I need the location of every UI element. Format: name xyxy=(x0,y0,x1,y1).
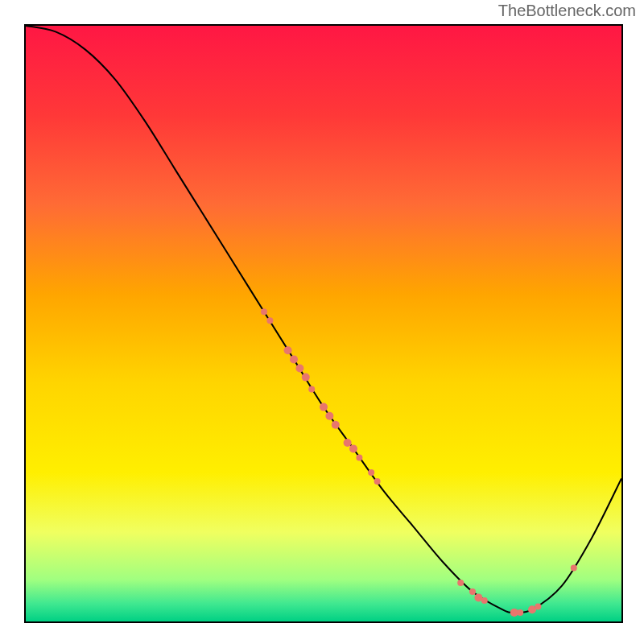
data-point xyxy=(517,609,523,616)
data-point xyxy=(332,421,340,429)
bottleneck-curve xyxy=(26,26,621,613)
data-point xyxy=(356,455,362,461)
data-point xyxy=(261,308,267,315)
data-point xyxy=(457,580,464,586)
data-point xyxy=(535,604,541,610)
data-point xyxy=(284,346,292,354)
data-point xyxy=(320,403,328,411)
data-point xyxy=(368,469,374,476)
data-point xyxy=(344,439,352,447)
data-points-group xyxy=(261,308,577,617)
data-point xyxy=(469,588,476,595)
curve-layer xyxy=(26,26,621,621)
data-point xyxy=(266,317,273,324)
data-point xyxy=(481,597,488,604)
data-point xyxy=(325,412,333,420)
data-point xyxy=(571,564,577,571)
data-point xyxy=(302,374,310,382)
data-point xyxy=(295,365,303,373)
data-point xyxy=(349,444,357,452)
data-point xyxy=(374,478,381,485)
plot-area xyxy=(24,24,623,623)
data-point xyxy=(290,355,298,363)
data-point xyxy=(308,386,315,392)
chart-container: TheBottleneck.com xyxy=(0,0,644,644)
watermark-text: TheBottleneck.com xyxy=(498,2,636,20)
